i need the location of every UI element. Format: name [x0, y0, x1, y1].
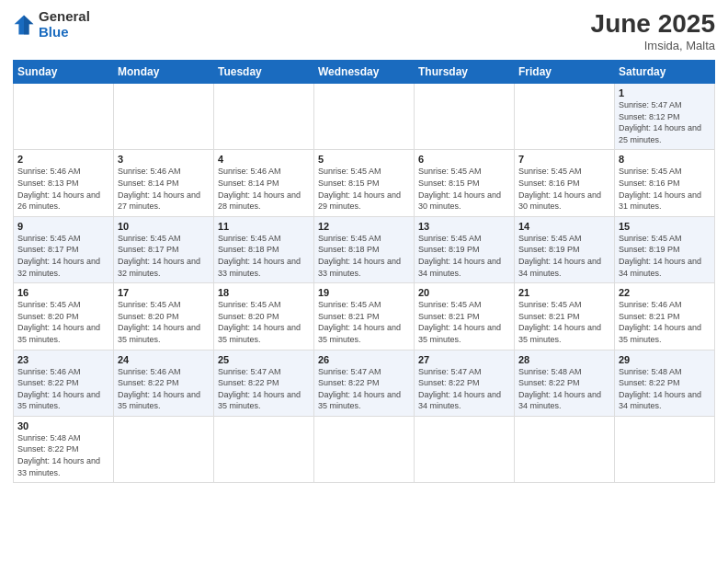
day-number: 3	[118, 154, 210, 165]
logo: General Blue	[13, 9, 90, 40]
day-info: Sunrise: 5:47 AMSunset: 8:22 PMDaylight:…	[418, 366, 510, 412]
header-thursday: Thursday	[415, 61, 515, 84]
day-info: Sunrise: 5:45 AMSunset: 8:17 PMDaylight:…	[118, 233, 210, 279]
calendar-week-1: 2Sunrise: 5:46 AMSunset: 8:13 PMDaylight…	[14, 150, 715, 216]
day-number: 21	[518, 287, 610, 298]
calendar-week-0: 1Sunrise: 5:47 AMSunset: 8:12 PMDaylight…	[14, 84, 715, 150]
day-info: Sunrise: 5:46 AMSunset: 8:13 PMDaylight:…	[17, 166, 109, 212]
calendar-cell: 30Sunrise: 5:48 AMSunset: 8:22 PMDayligh…	[14, 416, 114, 482]
day-number: 27	[418, 354, 510, 365]
day-info: Sunrise: 5:47 AMSunset: 8:22 PMDaylight:…	[318, 366, 410, 412]
day-number: 25	[218, 354, 310, 365]
logo-blue: Blue	[39, 25, 90, 40]
logo-icon	[13, 14, 35, 36]
calendar-cell: 26Sunrise: 5:47 AMSunset: 8:22 PMDayligh…	[314, 350, 415, 416]
logo-general: General	[39, 9, 90, 25]
day-info: Sunrise: 5:45 AMSunset: 8:21 PMDaylight:…	[418, 299, 510, 345]
day-info: Sunrise: 5:46 AMSunset: 8:22 PMDaylight:…	[17, 366, 109, 412]
day-info: Sunrise: 5:46 AMSunset: 8:14 PMDaylight:…	[118, 166, 210, 212]
calendar-cell	[415, 84, 515, 150]
day-number: 26	[318, 354, 410, 365]
calendar-cell	[314, 84, 415, 150]
calendar-cell: 5Sunrise: 5:45 AMSunset: 8:15 PMDaylight…	[314, 150, 415, 216]
day-number: 10	[118, 221, 210, 232]
location: Imsida, Malta	[591, 39, 715, 52]
calendar-cell: 9Sunrise: 5:45 AMSunset: 8:17 PMDaylight…	[14, 216, 114, 282]
day-info: Sunrise: 5:45 AMSunset: 8:15 PMDaylight:…	[418, 166, 510, 212]
header: General Blue June 2025 Imsida, Malta	[13, 9, 715, 52]
calendar-cell: 3Sunrise: 5:46 AMSunset: 8:14 PMDaylight…	[114, 150, 214, 216]
header-sunday: Sunday	[14, 61, 114, 84]
day-info: Sunrise: 5:45 AMSunset: 8:20 PMDaylight:…	[218, 299, 310, 345]
calendar-cell: 19Sunrise: 5:45 AMSunset: 8:21 PMDayligh…	[314, 283, 415, 350]
calendar-week-2: 9Sunrise: 5:45 AMSunset: 8:17 PMDaylight…	[14, 216, 715, 282]
day-number: 30	[17, 420, 109, 431]
day-number: 28	[518, 354, 610, 365]
calendar-cell: 8Sunrise: 5:45 AMSunset: 8:16 PMDaylight…	[615, 150, 715, 216]
calendar-cell: 17Sunrise: 5:45 AMSunset: 8:20 PMDayligh…	[114, 283, 214, 350]
day-info: Sunrise: 5:45 AMSunset: 8:16 PMDaylight:…	[518, 166, 610, 212]
calendar-cell	[314, 416, 415, 482]
day-number: 5	[318, 154, 410, 165]
calendar-cell	[214, 84, 314, 150]
day-info: Sunrise: 5:46 AMSunset: 8:22 PMDaylight:…	[118, 366, 210, 412]
calendar-cell: 27Sunrise: 5:47 AMSunset: 8:22 PMDayligh…	[415, 350, 515, 416]
calendar-cell: 28Sunrise: 5:48 AMSunset: 8:22 PMDayligh…	[515, 350, 615, 416]
day-info: Sunrise: 5:45 AMSunset: 8:19 PMDaylight:…	[518, 233, 610, 279]
calendar-cell: 11Sunrise: 5:45 AMSunset: 8:18 PMDayligh…	[214, 216, 314, 282]
day-info: Sunrise: 5:45 AMSunset: 8:21 PMDaylight:…	[318, 299, 410, 345]
calendar-cell: 15Sunrise: 5:45 AMSunset: 8:19 PMDayligh…	[615, 216, 715, 282]
calendar-cell: 24Sunrise: 5:46 AMSunset: 8:22 PMDayligh…	[114, 350, 214, 416]
calendar-cell	[615, 416, 715, 482]
calendar-cell	[14, 84, 114, 150]
calendar-cell: 20Sunrise: 5:45 AMSunset: 8:21 PMDayligh…	[415, 283, 515, 350]
day-number: 4	[218, 154, 310, 165]
header-wednesday: Wednesday	[314, 61, 415, 84]
day-number: 18	[218, 287, 310, 298]
calendar-week-4: 23Sunrise: 5:46 AMSunset: 8:22 PMDayligh…	[14, 350, 715, 416]
title-block: June 2025 Imsida, Malta	[591, 9, 715, 52]
day-info: Sunrise: 5:48 AMSunset: 8:22 PMDaylight:…	[17, 432, 109, 478]
header-tuesday: Tuesday	[214, 61, 314, 84]
calendar-cell: 10Sunrise: 5:45 AMSunset: 8:17 PMDayligh…	[114, 216, 214, 282]
calendar-cell	[114, 84, 214, 150]
day-number: 6	[418, 154, 510, 165]
calendar-cell: 4Sunrise: 5:46 AMSunset: 8:14 PMDaylight…	[214, 150, 314, 216]
page: General Blue June 2025 Imsida, Malta Sun…	[0, 0, 728, 563]
day-number: 17	[118, 287, 210, 298]
day-info: Sunrise: 5:48 AMSunset: 8:22 PMDaylight:…	[518, 366, 610, 412]
day-number: 9	[17, 221, 109, 232]
calendar-cell: 12Sunrise: 5:45 AMSunset: 8:18 PMDayligh…	[314, 216, 415, 282]
day-info: Sunrise: 5:45 AMSunset: 8:18 PMDaylight:…	[218, 233, 310, 279]
calendar-week-5: 30Sunrise: 5:48 AMSunset: 8:22 PMDayligh…	[14, 416, 715, 482]
day-number: 7	[518, 154, 610, 165]
day-number: 14	[518, 221, 610, 232]
calendar-cell: 29Sunrise: 5:48 AMSunset: 8:22 PMDayligh…	[615, 350, 715, 416]
day-number: 2	[17, 154, 109, 165]
day-info: Sunrise: 5:46 AMSunset: 8:21 PMDaylight:…	[619, 299, 711, 345]
day-info: Sunrise: 5:45 AMSunset: 8:20 PMDaylight:…	[17, 299, 109, 345]
calendar-cell: 6Sunrise: 5:45 AMSunset: 8:15 PMDaylight…	[415, 150, 515, 216]
calendar-cell: 1Sunrise: 5:47 AMSunset: 8:12 PMDaylight…	[615, 84, 715, 150]
header-saturday: Saturday	[615, 61, 715, 84]
calendar-cell	[214, 416, 314, 482]
day-number: 12	[318, 221, 410, 232]
day-info: Sunrise: 5:45 AMSunset: 8:16 PMDaylight:…	[619, 166, 711, 212]
calendar-cell: 13Sunrise: 5:45 AMSunset: 8:19 PMDayligh…	[415, 216, 515, 282]
day-info: Sunrise: 5:47 AMSunset: 8:22 PMDaylight:…	[218, 366, 310, 412]
day-number: 23	[17, 354, 109, 365]
day-number: 11	[218, 221, 310, 232]
calendar-cell: 23Sunrise: 5:46 AMSunset: 8:22 PMDayligh…	[14, 350, 114, 416]
header-monday: Monday	[114, 61, 214, 84]
calendar-cell	[515, 84, 615, 150]
calendar-cell: 14Sunrise: 5:45 AMSunset: 8:19 PMDayligh…	[515, 216, 615, 282]
calendar-cell: 25Sunrise: 5:47 AMSunset: 8:22 PMDayligh…	[214, 350, 314, 416]
calendar-cell: 7Sunrise: 5:45 AMSunset: 8:16 PMDaylight…	[515, 150, 615, 216]
day-info: Sunrise: 5:45 AMSunset: 8:20 PMDaylight:…	[118, 299, 210, 345]
day-info: Sunrise: 5:45 AMSunset: 8:17 PMDaylight:…	[17, 233, 109, 279]
logo-text: General Blue	[39, 9, 90, 40]
calendar-cell	[515, 416, 615, 482]
day-number: 24	[118, 354, 210, 365]
day-number: 20	[418, 287, 510, 298]
day-number: 19	[318, 287, 410, 298]
